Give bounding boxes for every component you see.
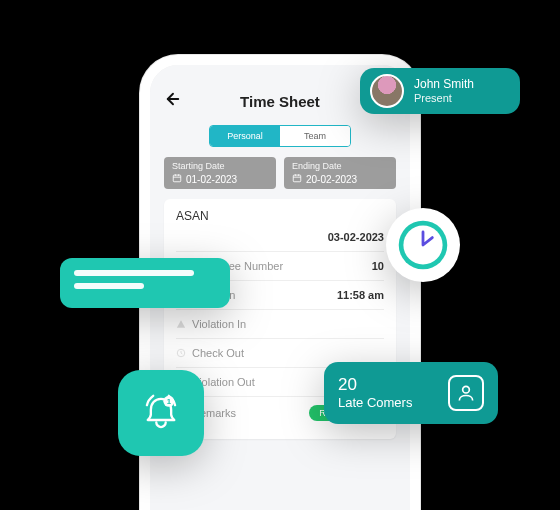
- check-in-value: 11:58 am: [337, 289, 384, 301]
- calendar-icon: [292, 173, 302, 185]
- person-icon: [448, 375, 484, 411]
- back-icon[interactable]: [164, 90, 182, 113]
- employee-name: ASAN: [176, 209, 384, 223]
- end-date-value: 20-02-2023: [306, 174, 357, 185]
- clock-badge: [386, 208, 460, 282]
- end-date-label: Ending Date: [292, 161, 388, 171]
- bell-icon: 1: [136, 388, 186, 438]
- chat-bubble: [60, 258, 230, 308]
- presence-name: John Smith: [414, 78, 474, 92]
- end-date-field[interactable]: Ending Date 20-02-2023: [284, 157, 396, 189]
- chat-line-1: [74, 270, 194, 276]
- late-comers-card[interactable]: 20 Late Comers: [324, 362, 498, 424]
- tab-personal[interactable]: Personal: [210, 126, 280, 146]
- late-count: 20: [338, 376, 412, 395]
- start-date-value: 01-02-2023: [186, 174, 237, 185]
- svg-point-9: [463, 386, 470, 393]
- tab-bar: Personal Team: [209, 125, 351, 147]
- clock-icon: [176, 348, 186, 358]
- svg-rect-1: [293, 175, 301, 182]
- employee-number-value: 10: [372, 260, 384, 272]
- presence-status: Present: [414, 92, 474, 104]
- svg-rect-0: [173, 175, 181, 182]
- page-title: Time Sheet: [240, 93, 320, 110]
- bell-badge-count: 1: [167, 397, 172, 406]
- notification-tile[interactable]: 1: [118, 370, 204, 456]
- date-range: Starting Date 01-02-2023 Ending Date 20-…: [164, 157, 396, 189]
- start-date-field[interactable]: Starting Date 01-02-2023: [164, 157, 276, 189]
- late-label: Late Comers: [338, 395, 412, 410]
- presence-card[interactable]: John Smith Present: [360, 68, 520, 114]
- row-violation-in: Violation In: [176, 309, 384, 338]
- warning-icon: [176, 319, 186, 329]
- avatar: [370, 74, 404, 108]
- start-date-label: Starting Date: [172, 161, 268, 171]
- calendar-icon: [172, 173, 182, 185]
- chat-line-2: [74, 283, 144, 289]
- entry-date: 03-02-2023: [176, 231, 384, 243]
- tab-team[interactable]: Team: [280, 126, 350, 146]
